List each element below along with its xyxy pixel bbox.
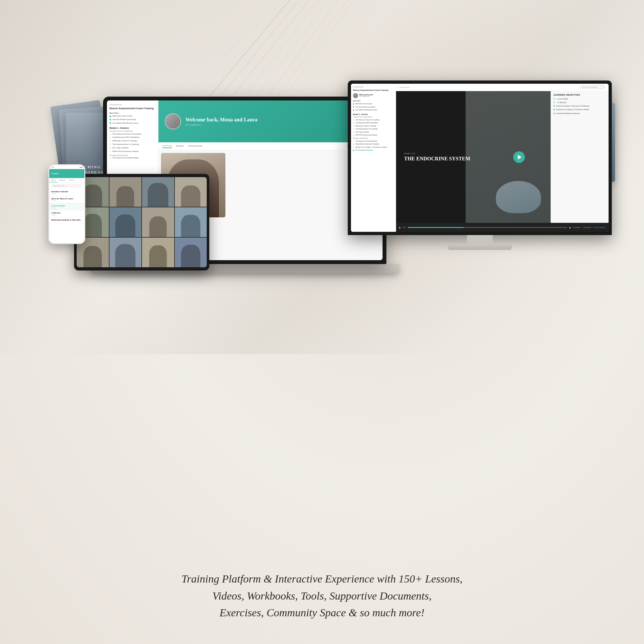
monitor-obj-item: ...ry Blueprint bbox=[554, 101, 606, 104]
avatar-image bbox=[166, 114, 180, 129]
laptop-welcome-text: Welcome back, Mona and Laura 0% COMPLETE bbox=[185, 117, 258, 126]
monitor-sidebar-item[interactable]: PRACTICE Discovery Session bbox=[353, 134, 394, 137]
monitor-downloads: 1 Download bbox=[582, 226, 591, 228]
monitor-search[interactable]: Search for something... bbox=[580, 85, 605, 89]
laptop-item-dot bbox=[109, 122, 111, 124]
monitor-screen-outer: DASHBOARD Women Empowerment Coach Traini… bbox=[348, 81, 612, 235]
video-cell-8 bbox=[175, 207, 207, 237]
video-cell-2 bbox=[109, 177, 142, 207]
phone-topic-title-active[interactable]: Group Wisdom bbox=[51, 204, 82, 207]
laptop-module-title: Module 1 - Essence bbox=[109, 127, 156, 129]
phone-topic-title[interactable]: Q&A for Mona & Laura bbox=[51, 197, 82, 200]
laptop-sidebar-item[interactable]: PRACTICE Discovery Session bbox=[109, 150, 156, 153]
monitor-progress: 0% COMPLETE bbox=[359, 96, 373, 97]
phone-frame: 9:41 ●●● Comm... Topics Members Activity… bbox=[48, 164, 85, 244]
laptop-sidebar-item[interactable]: Join the Private Community bbox=[109, 118, 156, 122]
monitor-device: DASHBOARD Women Empowerment Coach Traini… bbox=[348, 81, 612, 250]
monitor-sidebar-item[interactable]: The Neuroscience of Coaching bbox=[353, 128, 394, 131]
monitor-lesson-complete[interactable]: Lesson Complete bbox=[593, 226, 605, 228]
laptop-item-dot bbox=[109, 147, 111, 149]
monitor-sidebar-item[interactable]: Coaching and Other Disciplines bbox=[353, 121, 394, 125]
laptop-nav-announcements[interactable]: Announcements bbox=[188, 145, 203, 148]
phone-topic-4: Celebrate! 1 Posts bbox=[49, 210, 84, 217]
laptop-item-dot bbox=[109, 116, 111, 117]
monitor-sidebar-item[interactable]: The Endocrine System bbox=[353, 149, 394, 152]
monitor-obj-dot bbox=[554, 98, 555, 99]
monitor-item-dot bbox=[353, 119, 354, 120]
monitor-sidebar-item[interactable]: Referring a Client to Therapy bbox=[353, 124, 394, 128]
monitor-progress-bar[interactable] bbox=[408, 227, 567, 228]
monitor-sidebar-item[interactable]: Adopt Brain Coherence Practices bbox=[353, 143, 394, 146]
video-grid bbox=[77, 177, 207, 267]
monitor-play-button[interactable] bbox=[513, 151, 525, 163]
phone-topic-1: Introduce Yourself 5 Posts bbox=[49, 189, 84, 196]
laptop-item-dot bbox=[109, 133, 111, 135]
phone-tab-members[interactable]: Members bbox=[57, 178, 67, 182]
monitor-item-dot bbox=[353, 135, 354, 136]
laptop-item-dot bbox=[109, 140, 111, 142]
laptop-sidebar-item[interactable]: Referring a Client to Therapy bbox=[109, 139, 156, 143]
monitor-video-visual bbox=[496, 181, 541, 213]
video-cell-4 bbox=[175, 177, 207, 207]
monitor-play-icon bbox=[518, 155, 522, 159]
laptop-sidebar-item[interactable]: Coaching and Other Disciplines bbox=[109, 136, 156, 139]
monitor-sidebar-item[interactable]: Welcome to the Course bbox=[353, 102, 394, 106]
monitor-video-main-title: THE ENDOCRINE SYSTEM bbox=[404, 156, 470, 162]
monitor-content: PART III: THE ENDOCRINE SYSTEM LEARNING … bbox=[396, 91, 609, 223]
laptop-sidebar-item[interactable]: The History & Future of Coaching bbox=[109, 132, 156, 136]
monitor-top-bar: DASHBOARD Search for something... bbox=[396, 84, 609, 91]
monitor-main: DASHBOARD Search for something... PART I… bbox=[396, 84, 609, 232]
laptop-subsection2: Boundary Development bbox=[109, 154, 156, 156]
phone-header: Comm... bbox=[49, 169, 84, 178]
monitor-sidebar-item[interactable]: Join the Private Community bbox=[353, 105, 394, 109]
monitor-obj-dot bbox=[554, 105, 555, 107]
monitor-sidebar-item[interactable]: The History & Future of Coaching bbox=[353, 118, 394, 121]
laptop-sidebar-item[interactable]: The Science of Transformation bbox=[109, 156, 156, 160]
video-cell-12 bbox=[175, 238, 207, 267]
phone-screen: 9:41 ●●● Comm... Topics Members Activity… bbox=[49, 165, 84, 243]
phone-tabs: Topics Members Activity bbox=[49, 178, 84, 183]
phone-topic-title[interactable]: Introduce Yourself bbox=[51, 190, 82, 193]
monitor-item-dot bbox=[353, 140, 354, 142]
monitor-progress-fill bbox=[408, 227, 464, 228]
monitor-item-dot bbox=[353, 128, 354, 130]
phone-device: 9:41 ●●● Comm... Topics Members Activity… bbox=[48, 164, 85, 248]
laptop-start-here-label: Start Here bbox=[109, 112, 156, 114]
scene-container: COACHING AS BUSINESS COACHING AS BUSINES… bbox=[32, 16, 612, 547]
phone-topic-3: Group Wisdom 1 Posts bbox=[49, 203, 84, 210]
monitor-item-dot bbox=[353, 109, 354, 111]
monitor-obj-dot bbox=[554, 109, 555, 110]
monitor-sidebar-item[interactable]: Barriers to Co-Create - The Nervous Syst… bbox=[353, 146, 394, 149]
phone-topic-meta: 1 Posts bbox=[51, 214, 82, 216]
monitor-sidebar-item[interactable]: The Science of Transformation bbox=[353, 139, 394, 143]
video-cell-3 bbox=[142, 177, 174, 207]
monitor-top-dashboard: DASHBOARD bbox=[399, 87, 409, 88]
laptop-sidebar-item[interactable]: The Neuroscience of Coaching bbox=[109, 143, 156, 147]
monitor-item-dot bbox=[353, 131, 354, 133]
phone-tab-topics[interactable]: Topics bbox=[49, 178, 57, 182]
phone-topic-meta: 1 Posts bbox=[51, 207, 82, 209]
monitor-sidebar: DASHBOARD Women Empowerment Coach Traini… bbox=[351, 84, 396, 232]
laptop-sidebar-item[interactable]: Live Q&As with Mona & Laura bbox=[109, 121, 156, 125]
video-cell-10 bbox=[109, 238, 142, 267]
tablet-screen bbox=[77, 177, 207, 267]
phone-tab-activity[interactable]: Activity bbox=[67, 178, 76, 182]
phone-topic-title[interactable]: Celebrate! bbox=[51, 212, 82, 214]
monitor-sidebar-item[interactable]: ICF Code of Ethics bbox=[353, 130, 394, 134]
phone-search[interactable]: Search for topic... bbox=[51, 184, 82, 188]
laptop-sidebar-item[interactable]: ICF Code of Ethics bbox=[109, 146, 156, 150]
bottom-text-line2: Videos, Workbooks, Tools, Supportive Doc… bbox=[97, 588, 547, 605]
monitor-prev-control[interactable]: ◀ bbox=[569, 226, 571, 229]
video-cell-11 bbox=[142, 238, 174, 267]
monitor-play-control[interactable]: ▶ bbox=[399, 226, 401, 229]
laptop-nav-dashboard[interactable]: Dashboard bbox=[162, 144, 172, 148]
monitor-sidebar-item[interactable]: Live Q&As with Mona & Laura bbox=[353, 109, 394, 112]
monitor-subsection2: Boundary Development bbox=[353, 137, 394, 139]
laptop-nav-modules[interactable]: Modules bbox=[176, 145, 184, 148]
monitor-video-controls: ▶ 9:41 ◀ 32 minutes 1 Download Lesson Co… bbox=[396, 223, 609, 232]
laptop-welcome-title: Welcome back, Mona and Laura bbox=[185, 117, 258, 123]
phone-topic-title[interactable]: Balancing Feminine & Masculin... bbox=[51, 219, 82, 221]
video-cell-6 bbox=[109, 207, 142, 237]
phone-topic-meta: 4 Posts bbox=[51, 200, 82, 202]
laptop-sidebar-item[interactable]: Welcome to the Course bbox=[109, 115, 156, 118]
